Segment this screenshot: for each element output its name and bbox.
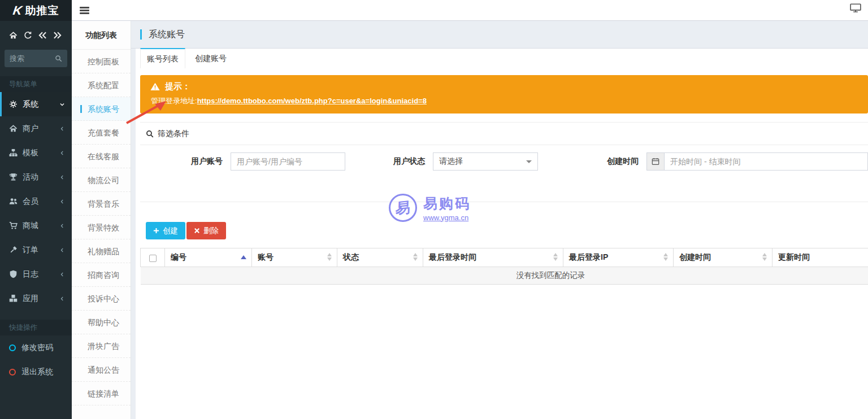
date-range-input[interactable] [665,152,868,171]
sidebar-item-app[interactable]: 应用 [0,286,72,311]
submenu-item-notice[interactable]: 通知公告 [72,358,131,382]
gear-icon [9,100,18,108]
submenu-item-bg-effect[interactable]: 背景特效 [72,216,131,239]
gavel-icon [9,246,18,254]
chevron-left-icon [59,272,65,277]
chevron-left-icon [59,150,65,156]
sidebar-item-member[interactable]: 会员 [0,189,72,213]
submenu-item-system-account[interactable]: 系统账号 [72,97,131,121]
alert-title-row: 提示： [150,81,858,92]
delete-button[interactable]: 删除 [186,222,226,239]
topbar [72,0,868,21]
empty-message: 没有找到匹配的记录 [141,267,868,285]
filter-header: 筛选条件 [140,123,868,145]
column-header-status[interactable]: 状态 [337,248,423,267]
column-header-created-time[interactable]: 创建时间 [674,248,772,267]
tab-strip: 账号列表 创建账号 [136,48,868,68]
quick-section-label: 快捷操作 [0,320,72,335]
empty-row: 没有找到匹配的记录 [141,267,868,285]
cart-icon [9,221,18,230]
app-logo[interactable]: K 助推宝 [0,0,72,21]
submenu-item-investment[interactable]: 招商咨询 [72,263,131,287]
submenu-item-link-list[interactable]: 链接清单 [72,382,131,405]
chevron-left-icon [59,247,65,253]
sidebar-search [5,50,67,67]
cubes-icon [9,294,18,303]
caret-down-icon [526,160,532,163]
chevron-left-icon [59,223,65,229]
create-button-label: 创建 [163,226,178,236]
home-icon [9,124,18,133]
watermark-link[interactable]: www.ygma.cn [423,213,471,222]
chevron-left-icon [59,126,65,132]
chevron-left-icon [59,199,65,204]
column-header-id[interactable]: 编号 [165,248,252,267]
fast-forward-icon[interactable] [53,31,62,40]
fast-backward-icon[interactable] [38,31,47,40]
circle-icon [9,344,16,351]
select-all-cell [141,248,165,267]
column-header-account[interactable]: 账号 [252,248,337,267]
submenu-item-help-center[interactable]: 帮助中心 [72,311,131,334]
sidebar-item-order[interactable]: 订单 [0,238,72,262]
tab-account-list[interactable]: 账号列表 [140,48,185,68]
chevron-down-icon [59,102,65,107]
change-password-item[interactable]: 修改密码 [0,335,72,360]
sidebar-item-label: 会员 [23,197,38,207]
filter-form: 用户账号 用户状态 请选择 创建时间 [140,145,868,202]
sidebar-item-label: 应用 [23,294,38,304]
tab-create-account[interactable]: 创建账号 [189,48,233,68]
refresh-icon[interactable] [24,31,32,40]
logo-name: 助推宝 [25,3,59,18]
submenu-item-recharge-package[interactable]: 充值套餐 [72,121,131,145]
submenu-title: 功能列表 [72,21,131,50]
status-select-value: 请选择 [439,156,463,167]
submenu-item-control-panel[interactable]: 控制面板 [72,50,131,73]
sidebar-item-activity[interactable]: 活动 [0,165,72,189]
watermark-name: 易购码 [423,194,471,213]
sidebar-item-label: 日志 [23,269,38,280]
search-icon[interactable] [55,55,62,62]
monitor-icon[interactable] [850,3,861,14]
sort-asc-icon [241,255,246,259]
logo-mark: K [12,3,23,18]
column-header-last-login-ip[interactable]: 最后登录IP [563,248,674,267]
submenu-item-system-config[interactable]: 系统配置 [72,73,131,97]
admin-login-link[interactable]: https://demo.ttbobo.com/web/ztb.php?c=us… [197,97,427,105]
select-all-checkbox[interactable] [149,255,157,262]
sidebar-item-system[interactable]: 系统 [0,92,72,116]
sidebar-item-merchant[interactable]: 商户 [0,116,72,141]
submenu-item-online-service[interactable]: 在线客服 [72,145,131,168]
column-header-updated-time[interactable]: 更新时间 [772,248,868,267]
watermark-logo-icon: 易 [389,194,417,222]
sidebar-item-template[interactable]: 模板 [0,141,72,165]
search-input[interactable] [10,54,55,63]
submenu-item-bg-music[interactable]: 背景音乐 [72,192,131,216]
account-label: 用户账号 [140,156,231,167]
shield-icon [9,270,18,278]
home-icon[interactable] [9,31,18,40]
column-header-last-login-time[interactable]: 最后登录时间 [423,248,563,267]
panel-body: 提示： 管理登录地址:https://demo.ttbobo.com/web/z… [136,75,868,285]
submenu-item-logistics[interactable]: 物流公司 [72,168,131,192]
sidebar-item-mall[interactable]: 商城 [0,213,72,238]
sidebar-item-label: 商户 [23,124,38,134]
nav-section-label: 导航菜单 [0,76,72,92]
submenu-item-gifts[interactable]: 礼物赠品 [72,239,131,263]
quick-item-label: 修改密码 [21,343,53,353]
status-select[interactable]: 请选择 [433,152,538,171]
main-sidebar: K 助推宝 导航菜单 系统 商户 模板 活动 会员 商城 [0,0,72,419]
sidebar-item-log[interactable]: 日志 [0,262,72,286]
submenu-item-complaint-center[interactable]: 投诉中心 [72,287,131,311]
calendar-icon[interactable] [646,152,665,171]
create-button[interactable]: 创建 [146,222,185,239]
menu-toggle-icon[interactable] [80,7,89,15]
page-header: 系统账号 [131,21,868,48]
account-input[interactable] [231,152,345,171]
sidebar-item-label: 模板 [23,148,38,158]
logout-item[interactable]: 退出系统 [0,360,72,384]
submenu-item-slider-ad[interactable]: 滑块广告 [72,334,131,358]
delete-button-label: 删除 [203,226,219,236]
sort-icon [327,253,332,261]
accounts-table: 编号 账号 状态 最后登录时间 最后登录IP 创建时间 更新时间 没有找到匹配的… [140,248,868,285]
